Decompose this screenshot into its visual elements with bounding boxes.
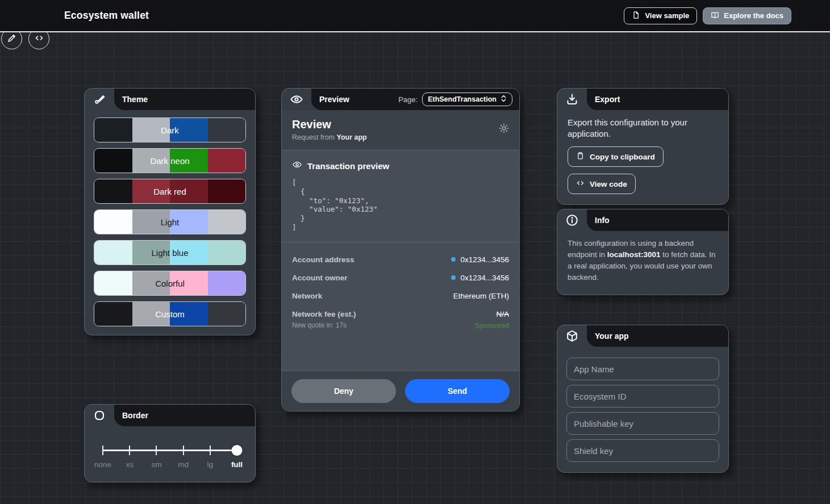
theme-panel-header: Theme: [85, 89, 255, 110]
page-title: Ecosystem wallet: [64, 10, 149, 22]
review-title: Review: [292, 118, 509, 131]
border-option-sm[interactable]: sm: [151, 460, 161, 469]
slider-tick[interactable]: [102, 446, 103, 455]
pencil-icon: [7, 33, 17, 45]
theme-option-dark-red[interactable]: Dark red: [94, 179, 246, 204]
your-app-panel-header: Your app: [557, 325, 728, 347]
border-option-none[interactable]: none: [94, 460, 111, 469]
topbar-actions: View sample Explore the docs: [624, 7, 791, 24]
theme-option-light-blue[interactable]: Light blue: [94, 240, 246, 265]
address-dot-icon: [451, 257, 456, 262]
theme-option-label: Colorful: [94, 271, 245, 295]
preview-panel-header: Preview Page: EthSendTransaction: [282, 89, 519, 110]
detail-row-account-owner: Account owner 0x1234...3456: [292, 274, 509, 282]
account-address-value: 0x1234...3456: [460, 255, 509, 264]
review-header: Review Request from Your app: [282, 110, 519, 150]
book-icon: [711, 11, 719, 21]
your-app-panel: Your app: [557, 325, 729, 473]
shield-key-input[interactable]: [566, 439, 719, 462]
explore-docs-button[interactable]: Explore the docs: [703, 7, 791, 24]
info-panel: Info This configuration is using a backe…: [557, 209, 729, 295]
slider-tick[interactable]: [129, 446, 130, 455]
page-label: Page:: [398, 95, 418, 104]
theme-panel: Theme Dark Dark neon Dark red Light Ligh…: [84, 88, 256, 335]
backend-endpoint: localhost:3001: [607, 250, 661, 259]
theme-option-light[interactable]: Light: [94, 209, 246, 234]
paintbrush-icon: [92, 92, 107, 107]
theme-option-label: Dark neon: [94, 149, 245, 173]
theme-option-label: Light: [94, 210, 245, 234]
border-option-lg[interactable]: lg: [207, 460, 214, 469]
theme-option-label: Light blue: [94, 241, 245, 264]
ecosystem-id-input[interactable]: [566, 385, 719, 408]
page-select[interactable]: EthSendTransaction: [422, 93, 512, 106]
border-option-full[interactable]: full: [231, 460, 243, 469]
view-sample-button[interactable]: View sample: [624, 7, 697, 24]
deny-button[interactable]: Deny: [291, 379, 396, 403]
rounded-square-icon: [92, 408, 107, 423]
settings-gear-icon[interactable]: [498, 123, 510, 136]
info-panel-header: Info: [557, 209, 728, 231]
export-description: Export this configuration to your applic…: [568, 117, 710, 140]
slider-track[interactable]: [103, 450, 237, 451]
review-subtitle: Request from Your app: [292, 133, 509, 141]
theme-option-label: Custom: [94, 302, 245, 326]
app-canvas: Ecosystem wallet View sample Explore the…: [0, 0, 830, 504]
detail-row-network: Network Ethereum (ETH): [292, 292, 509, 300]
requesting-app-name: Your app: [337, 133, 367, 141]
export-panel-header: Export: [557, 89, 728, 110]
copy-to-clipboard-button[interactable]: Copy to clipboard: [568, 146, 664, 167]
border-option-xs[interactable]: xs: [126, 460, 134, 469]
preview-panel-title: Preview: [319, 95, 349, 104]
preview-panel: Preview Page: EthSendTransaction Review …: [281, 88, 520, 411]
app-name-input[interactable]: [566, 358, 719, 380]
transaction-section: Transaction preview [ { "to": "0x123", "…: [282, 150, 519, 371]
clipboard-icon: [576, 152, 585, 162]
code-icon: [34, 33, 44, 45]
border-radius-slider[interactable]: none xs sm md lg full: [103, 439, 237, 472]
slider-handle[interactable]: [232, 445, 243, 456]
page-select-value: EthSendTransaction: [428, 95, 497, 103]
border-panel-title: Border: [122, 411, 148, 420]
transaction-details: Account address 0x1234...3456 Account ow…: [292, 255, 509, 330]
eye-icon: [292, 159, 302, 172]
eye-icon: [289, 92, 304, 107]
export-panel: Export Export this configuration to your…: [557, 88, 729, 205]
fee-quote-countdown: New quote in: 17s: [292, 321, 356, 329]
slider-tick[interactable]: [210, 446, 211, 455]
slider-tick[interactable]: [183, 446, 184, 455]
theme-option-label: Dark red: [94, 179, 245, 203]
info-text: This configuration is using a backend en…: [557, 231, 728, 295]
view-code-button[interactable]: View code: [568, 174, 636, 194]
code-icon: [576, 179, 585, 189]
view-sample-label: View sample: [645, 11, 689, 20]
sponsored-badge: Sponsored: [475, 322, 509, 330]
download-icon: [565, 92, 579, 107]
info-icon: [565, 213, 579, 228]
cube-icon: [565, 329, 579, 343]
topbar: Ecosystem wallet View sample Explore the…: [0, 0, 830, 32]
account-owner-value: 0x1234...3456: [460, 274, 509, 282]
theme-option-dark[interactable]: Dark: [94, 117, 246, 142]
address-dot-icon: [451, 275, 456, 280]
border-panel-header: Border: [85, 405, 255, 426]
theme-panel-title: Theme: [122, 95, 148, 104]
detail-row-network-fee: Network fee (est.) New quote in: 17s N/A…: [292, 310, 509, 330]
your-app-panel-title: Your app: [595, 331, 629, 341]
send-button[interactable]: Send: [405, 379, 510, 403]
theme-option-custom[interactable]: Custom: [94, 301, 246, 326]
divider: [282, 242, 519, 242]
transaction-preview-title: Transaction preview: [307, 161, 389, 171]
chevron-updown-icon: [500, 95, 507, 104]
file-icon: [632, 11, 640, 21]
border-option-md[interactable]: md: [178, 460, 189, 469]
theme-option-dark-neon[interactable]: Dark neon: [94, 148, 246, 173]
preview-footer: Deny Send: [282, 371, 519, 411]
fee-value: N/A: [475, 310, 509, 318]
theme-option-colorful[interactable]: Colorful: [94, 271, 246, 296]
explore-docs-label: Explore the docs: [724, 11, 783, 20]
slider-tick[interactable]: [156, 446, 157, 455]
detail-row-account-address: Account address 0x1234...3456: [292, 255, 509, 264]
transaction-json: [ { "to": "0x123", "value": "0x123" } ]: [292, 178, 509, 232]
publishable-key-input[interactable]: [566, 412, 719, 435]
